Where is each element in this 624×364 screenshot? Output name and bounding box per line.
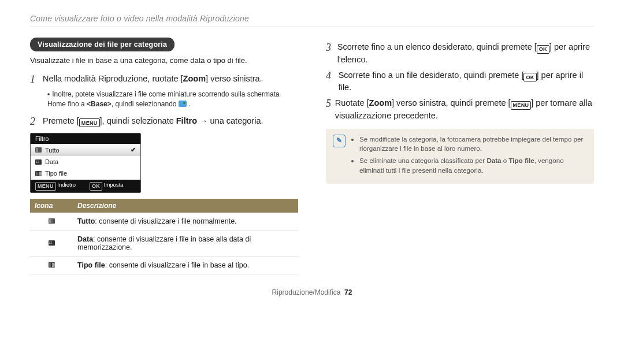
step5-text-a: Ruotate [ <box>335 98 369 107</box>
step-number: 3 <box>326 41 337 54</box>
note2-c: o <box>502 157 509 164</box>
table-row: Data: consente di visualizzare i file in… <box>30 230 298 256</box>
panel-row-data: Data <box>31 156 140 168</box>
note-box: ✎ Se modificate la categoria, la fotocam… <box>326 129 594 184</box>
step2-filter-kw: Filtro <box>176 116 197 125</box>
step-3: 3 Scorrete fino a un elenco desiderato, … <box>326 41 594 66</box>
ok-button-icon: OK <box>90 182 102 191</box>
panel-title: Filtro <box>31 133 140 144</box>
step2-text-a: Premete [ <box>43 116 79 125</box>
bullet-base: <Base> <box>87 100 112 108</box>
filetype-icon <box>35 171 42 176</box>
note-item: Se modificate la categoria, la fotocamer… <box>359 135 587 154</box>
date-icon <box>49 240 55 246</box>
check-icon: ✔ <box>131 146 136 154</box>
step-5: 5 Ruotate [Zoom] verso sinistra, quindi … <box>326 97 594 122</box>
panel-back-label: Indietro <box>57 181 76 188</box>
step-number: 1 <box>30 73 43 86</box>
ok-button-icon: OK <box>537 45 549 54</box>
menu-button-icon: MENU <box>79 118 100 127</box>
step3-text-a: Scorrete fino a un elenco desiderato, qu… <box>337 42 537 51</box>
step-4: 4 Scorrete fino a un file desiderato, qu… <box>326 69 594 94</box>
page-footer: Riproduzione/Modifica 72 <box>30 288 594 296</box>
step1-text-a: Nella modalità Riproduzione, ruotate [ <box>43 74 183 83</box>
step1-text-b: ] verso sinistra. <box>206 74 262 83</box>
ok-button-icon: OK <box>523 73 536 81</box>
th-desc: Descrizione <box>73 199 298 213</box>
step5-zoom-kw: Zoom <box>369 98 392 107</box>
panel-row-tipo: Tipo file <box>31 168 140 179</box>
step-1: 1 Nella modalità Riproduzione, ruotate [… <box>30 73 298 86</box>
panel-row-label: Data <box>45 158 58 165</box>
panel-row-tutto: Tutto✔ <box>31 144 140 156</box>
thumbnail-chip-icon <box>179 101 187 107</box>
note2-a: Se eliminate una categoria classificata … <box>359 157 486 164</box>
date-icon <box>35 159 42 165</box>
divider <box>30 27 594 27</box>
section-pill: Visualizzazione dei file per categoria <box>30 38 174 51</box>
panel-set-label: Imposta <box>104 181 124 188</box>
footer-section: Riproduzione/Modifica <box>272 288 341 296</box>
row-desc: : consente di visualizzare i file in bas… <box>105 261 249 269</box>
footer-page: 72 <box>344 288 352 296</box>
step5-text-b: ] verso sinistra, quindi premete [ <box>392 98 511 107</box>
breadcrumb: Come visualizzare foto o video nella mod… <box>30 14 594 23</box>
panel-row-label: Tipo file <box>45 170 67 177</box>
row-term: Data <box>77 235 93 243</box>
note2-d: Tipo file <box>508 157 534 164</box>
step2-text-c: → una categoria. <box>197 116 263 125</box>
panel-back: MENU Indietro <box>35 181 76 191</box>
note-icon: ✎ <box>333 135 346 147</box>
row-term: Tutto <box>77 217 95 225</box>
right-column: 3 Scorrete fino a un elenco desiderato, … <box>326 38 594 274</box>
all-icon <box>35 147 42 153</box>
bullet-text-b: , quindi selezionando <box>112 100 179 108</box>
step4-text-a: Scorrete fino a un file desiderato, quin… <box>339 70 524 80</box>
step1-bullet: •Inoltre, potete visualizzare i file com… <box>47 90 298 109</box>
lcd-filter-panel: Filtro Tutto✔ Data Tipo file MENU Indiet… <box>30 133 141 193</box>
row-term: Tipo file <box>77 261 105 269</box>
all-icon <box>49 218 55 224</box>
note-item: Se eliminate una categoria classificata … <box>359 156 587 176</box>
left-column: Visualizzazione dei file per categoria V… <box>30 38 298 274</box>
step-number: 2 <box>30 115 43 128</box>
filetype-icon <box>49 262 55 268</box>
menu-button-icon: MENU <box>35 182 56 191</box>
th-icon: Icona <box>30 199 73 213</box>
section-lede: Visualizzate i file in base a una catego… <box>30 56 298 65</box>
step-number: 4 <box>326 69 339 83</box>
table-row: Tutto: consente di visualizzare i file n… <box>30 213 298 231</box>
menu-button-icon: MENU <box>511 101 532 110</box>
step-2: 2 Premete [MENU], quindi selezionate Fil… <box>30 115 298 128</box>
step-number: 5 <box>326 97 335 110</box>
panel-set: OK Imposta <box>90 181 124 191</box>
bullet-text-c: . <box>188 100 190 108</box>
step2-text-b: ], quindi selezionate <box>100 116 176 125</box>
step1-zoom-kw: Zoom <box>183 74 206 83</box>
note2-b: Data <box>486 157 501 164</box>
panel-row-label: Tutto <box>45 147 60 154</box>
row-desc: : consente di visualizzare i file normal… <box>95 217 236 225</box>
table-row: Tipo file: consente di visualizzare i fi… <box>30 256 298 274</box>
row-desc: : consente di visualizzare i file in bas… <box>77 235 251 251</box>
icon-description-table: Icona Descrizione Tutto: consente di vis… <box>30 199 298 274</box>
